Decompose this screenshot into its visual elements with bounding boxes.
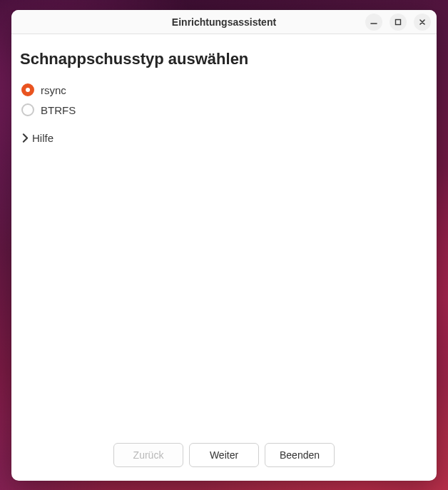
snapshot-type-btrfs[interactable]: BTRFS xyxy=(20,100,428,120)
minimize-button[interactable] xyxy=(365,14,382,31)
help-expander[interactable]: Hilfe xyxy=(20,128,428,148)
help-label: Hilfe xyxy=(32,132,54,144)
radio-label: rsync xyxy=(41,84,66,96)
maximize-icon xyxy=(394,19,402,26)
maximize-button[interactable] xyxy=(390,14,407,31)
close-button[interactable] xyxy=(414,14,431,31)
radio-icon xyxy=(21,83,34,96)
radio-icon xyxy=(21,103,34,116)
back-button-label: Zurück xyxy=(133,449,164,461)
content-area: Schnappschusstyp auswählen rsync BTRFS H… xyxy=(11,34,437,439)
headerbar: Einrichtungsassistent xyxy=(11,10,437,34)
wizard-window: Einrichtungsassistent Schnappschusstyp a… xyxy=(11,10,437,481)
back-button[interactable]: Zurück xyxy=(113,443,183,467)
wizard-footer: Zurück Weiter Beenden xyxy=(11,439,437,481)
radio-label: BTRFS xyxy=(41,104,76,116)
quit-button-label: Beenden xyxy=(280,449,320,461)
next-button[interactable]: Weiter xyxy=(189,443,259,467)
snapshot-type-rsync[interactable]: rsync xyxy=(20,80,428,100)
page-title: Schnappschusstyp auswählen xyxy=(20,50,428,68)
quit-button[interactable]: Beenden xyxy=(265,443,335,467)
minimize-icon xyxy=(370,19,377,26)
next-button-label: Weiter xyxy=(210,449,238,461)
close-icon xyxy=(419,19,426,26)
chevron-right-icon xyxy=(21,133,30,143)
svg-rect-0 xyxy=(396,19,401,24)
window-controls xyxy=(365,14,434,31)
